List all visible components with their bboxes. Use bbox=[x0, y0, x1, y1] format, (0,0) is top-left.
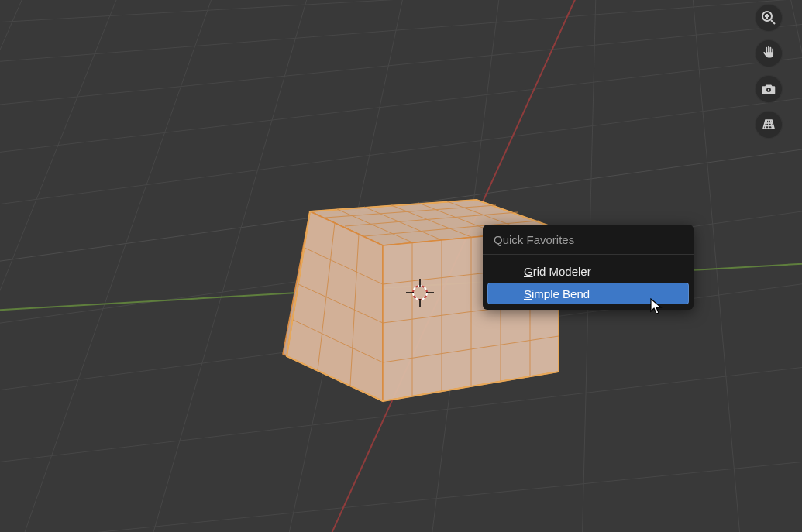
svg-line-9 bbox=[0, 449, 802, 532]
perspective-toggle-button[interactable] bbox=[755, 111, 783, 139]
svg-line-18 bbox=[690, 0, 744, 532]
svg-line-12 bbox=[0, 0, 132, 532]
svg-marker-23 bbox=[287, 211, 383, 401]
menu-items: Grid Modeler Simple Bend bbox=[483, 255, 694, 304]
hand-icon bbox=[760, 45, 777, 62]
magnifier-plus-icon bbox=[761, 10, 776, 26]
svg-line-2 bbox=[0, 12, 802, 120]
svg-line-13 bbox=[8, 0, 225, 532]
svg-point-57 bbox=[768, 89, 769, 91]
camera-view-button[interactable] bbox=[755, 75, 783, 103]
quick-favorites-menu: Quick Favorites Grid Modeler Simple Bend bbox=[483, 225, 694, 310]
pan-button[interactable] bbox=[755, 39, 783, 67]
svg-line-11 bbox=[0, 0, 39, 532]
svg-line-4 bbox=[0, 81, 802, 225]
menu-title: Quick Favorites bbox=[483, 225, 694, 255]
svg-line-19 bbox=[783, 0, 802, 532]
svg-line-14 bbox=[139, 0, 318, 532]
viewport-nav-controls bbox=[755, 4, 783, 139]
svg-line-53 bbox=[771, 20, 775, 24]
camera-icon bbox=[760, 81, 777, 98]
menu-item-grid-modeler[interactable]: Grid Modeler bbox=[487, 260, 689, 282]
svg-line-0 bbox=[0, 0, 802, 31]
grid-perspective-icon bbox=[761, 117, 776, 132]
zoom-button[interactable] bbox=[755, 4, 783, 32]
menu-item-simple-bend[interactable]: Simple Bend bbox=[487, 283, 689, 304]
